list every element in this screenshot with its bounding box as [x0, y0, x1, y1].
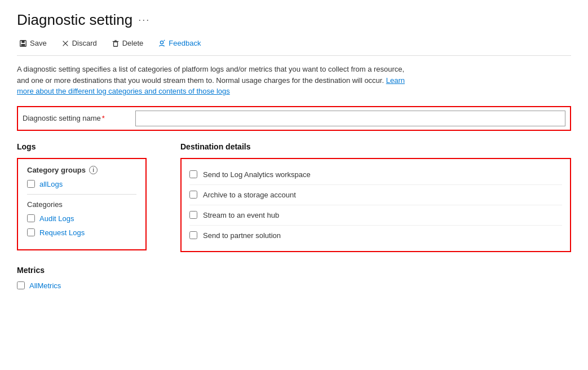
dest-eventhub-label[interactable]: Stream to an event hub — [203, 211, 279, 219]
logs-box: Category groups i allLogs Categories Aud… — [17, 158, 147, 250]
category-groups-header: Category groups i — [27, 166, 136, 174]
auditLogs-checkbox[interactable] — [27, 214, 35, 222]
delete-icon — [112, 39, 120, 47]
dest-partner-item: Send to partner solution — [189, 225, 562, 245]
auditLogs-item: Audit Logs — [27, 214, 136, 223]
save-button[interactable]: Save — [17, 38, 49, 49]
feedback-button[interactable]: Feedback — [156, 38, 203, 49]
allMetrics-checkbox[interactable] — [17, 281, 25, 289]
discard-button[interactable]: Discard — [59, 38, 99, 49]
dest-storage-checkbox[interactable] — [189, 191, 197, 199]
allLogs-label[interactable]: allLogs — [39, 180, 63, 188]
allLogs-item: allLogs — [27, 180, 136, 188]
page-title: Diagnostic setting ··· — [17, 11, 571, 29]
svg-rect-1 — [21, 40, 24, 42]
diagnostic-name-row: Diagnostic setting name* — [17, 106, 571, 131]
diagnostic-name-label: Diagnostic setting name* — [23, 114, 135, 122]
toolbar: Save Discard Delete Feedback — [17, 38, 571, 56]
metrics-title: Metrics — [17, 266, 571, 275]
svg-point-8 — [161, 41, 163, 43]
logs-divider — [27, 194, 136, 195]
feedback-icon — [158, 39, 166, 47]
destination-title: Destination details — [180, 142, 571, 151]
diagnostic-name-input[interactable] — [135, 111, 565, 126]
svg-rect-2 — [21, 43, 25, 46]
allMetrics-item: AllMetrics — [17, 281, 571, 290]
dest-storage-item: Archive to a storage account — [189, 184, 562, 205]
allLogs-checkbox[interactable] — [27, 180, 35, 188]
allMetrics-label[interactable]: AllMetrics — [29, 281, 61, 290]
logs-title: Logs — [17, 142, 147, 151]
destination-box: Send to Log Analytics workspace Archive … — [180, 158, 571, 252]
requestLogs-item: Request Logs — [27, 228, 136, 237]
dest-partner-label[interactable]: Send to partner solution — [203, 231, 281, 240]
dest-eventhub-checkbox[interactable] — [189, 211, 197, 219]
category-groups-info-icon[interactable]: i — [89, 166, 98, 174]
description-text: A diagnostic setting specifies a list of… — [17, 64, 412, 97]
logs-section: Logs Category groups i allLogs Categorie… — [17, 142, 147, 250]
dest-analytics-item: Send to Log Analytics workspace — [189, 165, 562, 184]
dest-eventhub-item: Stream to an event hub — [189, 205, 562, 225]
delete-button[interactable]: Delete — [109, 38, 146, 49]
dest-partner-checkbox[interactable] — [189, 231, 197, 239]
dest-analytics-checkbox[interactable] — [189, 170, 197, 178]
svg-rect-5 — [113, 42, 117, 46]
main-content: Logs Category groups i allLogs Categorie… — [17, 142, 571, 252]
auditLogs-label[interactable]: Audit Logs — [39, 214, 74, 223]
dest-storage-label[interactable]: Archive to a storage account — [203, 191, 296, 199]
save-icon — [19, 39, 27, 47]
categories-header: Categories — [27, 200, 136, 209]
discard-icon — [61, 39, 69, 47]
page-title-ellipsis: ··· — [138, 14, 150, 26]
dest-analytics-label[interactable]: Send to Log Analytics workspace — [203, 170, 311, 179]
requestLogs-label[interactable]: Request Logs — [39, 228, 85, 237]
metrics-section: Metrics AllMetrics — [17, 266, 571, 290]
requestLogs-checkbox[interactable] — [27, 228, 35, 236]
destination-section: Destination details Send to Log Analytic… — [180, 142, 571, 252]
